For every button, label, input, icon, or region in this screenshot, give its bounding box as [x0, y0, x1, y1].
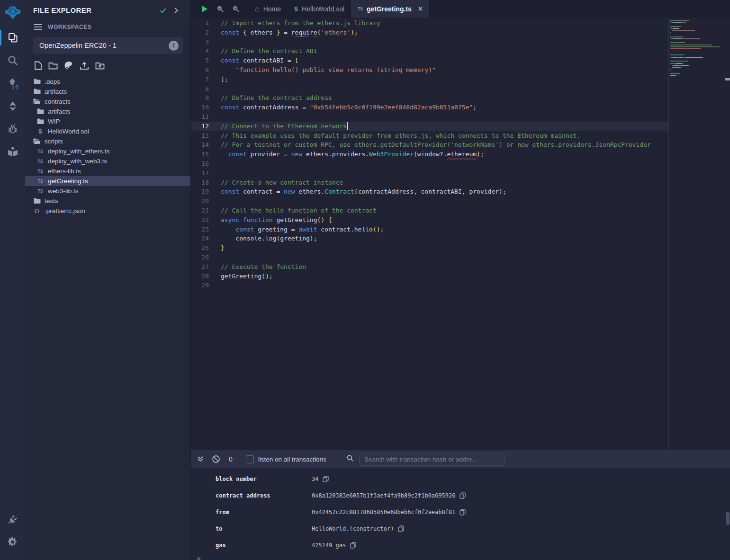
line-number: 22	[191, 215, 221, 225]
remix-logo[interactable]	[0, 0, 25, 27]
code-line-5[interactable]: 5const contractABI = [	[191, 56, 668, 65]
code-line-12[interactable]: 12// Connect to the Ethereum network	[191, 122, 668, 131]
code-line-25[interactable]: 25}	[191, 243, 668, 253]
new-file-icon[interactable]	[34, 61, 42, 70]
editor-main: ⌂HomeSHelloWorld.solTSgetGreeting.ts× 1/…	[191, 0, 730, 560]
upload-icon[interactable]	[80, 61, 89, 70]
search-icon[interactable]	[0, 49, 25, 72]
file-tree-item-artifacts[interactable]: artifacts	[25, 107, 190, 116]
copy-icon[interactable]	[350, 542, 356, 549]
run-script-icon[interactable]	[197, 0, 212, 18]
file-tree-item-ethers-lib-ts[interactable]: TSethers-lib.ts	[25, 166, 190, 176]
terminal-row-block-number: block number34	[191, 471, 730, 487]
zoom-out-icon[interactable]	[212, 0, 228, 18]
code-line-8[interactable]: 8	[191, 84, 668, 94]
code-line-6[interactable]: 6 "function hello() public view returns …	[191, 65, 668, 75]
solidity-compiler-icon[interactable]	[0, 72, 25, 95]
file-tree-item-artifacts[interactable]: artifacts	[25, 87, 190, 97]
chevron-right-icon[interactable]	[170, 7, 183, 14]
code-line-22[interactable]: 22async function getGreeting() {	[191, 215, 668, 225]
workspace-stepper-icon[interactable]: ▲▼	[169, 41, 179, 51]
copy-icon[interactable]	[323, 476, 329, 482]
code-line-27[interactable]: 27// Execute the function	[191, 262, 668, 272]
file-tree-item--deps[interactable]: .deps	[25, 77, 190, 87]
code-text: // This example uses the default provide…	[221, 131, 580, 141]
code-line-20[interactable]: 20	[191, 196, 668, 206]
code-area[interactable]: 1// Import ethers from the ethers.js lib…	[191, 18, 668, 450]
code-line-3[interactable]: 3	[191, 37, 668, 47]
minimap-line	[670, 28, 725, 29]
plugin-manager-icon[interactable]	[0, 508, 25, 531]
check-icon[interactable]	[156, 7, 170, 14]
copy-icon[interactable]	[398, 525, 404, 532]
file-tree-item-deploy-with-web3-ts[interactable]: TSdeploy_with_web3.ts	[25, 156, 190, 166]
clear-console-icon[interactable]	[212, 455, 220, 463]
terminal-scrollbar[interactable]	[726, 512, 730, 525]
folder-open-icon	[33, 138, 41, 144]
minimap-line	[670, 73, 725, 74]
minimap-line	[670, 34, 725, 35]
file-tree-item-wip[interactable]: WIP	[25, 116, 190, 126]
upload-folder-icon[interactable]	[95, 61, 105, 70]
copy-icon[interactable]	[460, 492, 466, 499]
code-line-4[interactable]: 4// Define the contract ABI	[191, 46, 668, 56]
settings-icon[interactable]	[0, 531, 25, 553]
file-tree-item-scripts[interactable]: scripts	[25, 136, 190, 146]
listen-transactions-checkbox[interactable]	[246, 455, 254, 463]
file-label: .prettierrc.json	[45, 207, 85, 214]
code-line-13[interactable]: 13// This example uses the default provi…	[191, 131, 668, 141]
code-line-7[interactable]: 7];	[191, 75, 668, 84]
activity-bar-spacer	[0, 163, 25, 508]
minimap[interactable]	[668, 18, 725, 450]
file-tree-item-tests[interactable]: tests	[25, 196, 190, 206]
file-tree-item-web3-lib-ts[interactable]: TSweb3-lib.ts	[25, 186, 190, 196]
copy-icon[interactable]	[460, 509, 466, 516]
listen-transactions-label[interactable]: listen on all transactions	[258, 456, 326, 463]
code-line-26[interactable]: 26	[191, 253, 668, 262]
terminal-search-input[interactable]	[359, 453, 505, 466]
terminal-prompt-row[interactable]: >	[191, 553, 730, 560]
code-line-2[interactable]: 2const { ethers } = require('ethers');	[191, 28, 668, 37]
file-tree-item-helloworld-sol[interactable]: SHelloWorld.sol	[25, 126, 190, 136]
file-label: getGreeting.ts	[48, 178, 88, 185]
code-line-15[interactable]: 15 const provider = new ethers.providers…	[191, 150, 668, 159]
code-line-1[interactable]: 1// Import ethers from the ethers.js lib…	[191, 18, 668, 28]
code-text: const greeting = await contract.hello();	[221, 225, 384, 234]
close-icon[interactable]: ×	[418, 5, 423, 13]
code-line-14[interactable]: 14// For a testnet or custom RPC, use et…	[191, 140, 668, 150]
file-tree-item-deploy-with-ethers-ts[interactable]: TSdeploy_with_ethers.ts	[25, 146, 190, 156]
folder-open-icon	[33, 98, 41, 105]
file-tree-item--prettierrc-json[interactable]: {}.prettierrc.json	[25, 206, 190, 216]
overview-ruler[interactable]	[725, 18, 730, 450]
code-line-11[interactable]: 11	[191, 112, 668, 122]
new-folder-icon[interactable]	[48, 61, 58, 70]
collapse-icon[interactable]	[197, 456, 204, 462]
code-line-21[interactable]: 21// Call the hello function of the cont…	[191, 206, 668, 215]
file-tree-item-contracts[interactable]: contracts	[25, 97, 190, 107]
tab-helloworld-sol[interactable]: SHelloWorld.sol	[288, 0, 351, 18]
code-line-29[interactable]: 29	[191, 281, 668, 290]
tab-getgreeting-ts[interactable]: TSgetGreeting.ts×	[351, 0, 429, 18]
code-line-17[interactable]: 17	[191, 169, 668, 178]
code-editor[interactable]: 1// Import ethers from the ethers.js lib…	[191, 18, 730, 450]
zoom-in-icon[interactable]	[228, 0, 243, 18]
learneth-icon[interactable]	[0, 140, 25, 163]
code-line-16[interactable]: 16	[191, 159, 668, 169]
terminal-body[interactable]: block number34contract address0x8a120383…	[191, 468, 730, 560]
code-line-19[interactable]: 19const contract = new ethers.Contract(c…	[191, 187, 668, 196]
file-tree-item-getgreeting-ts[interactable]: TSgetGreeting.ts	[25, 176, 190, 186]
code-line-24[interactable]: 24 console.log(greeting);	[191, 234, 668, 243]
workspace-select[interactable]: OpenZeppelin ERC20 - 1 ▲▼	[33, 37, 183, 54]
workspaces-menu-icon[interactable]	[34, 23, 42, 31]
code-line-10[interactable]: 10const contractAddress = "0xb54febb5c0c…	[191, 103, 668, 112]
code-line-28[interactable]: 28getGreeting();	[191, 272, 668, 281]
file-explorer-icon[interactable]	[0, 27, 25, 49]
debugger-icon[interactable]	[0, 117, 25, 140]
code-line-23[interactable]: 23 const greeting = await contract.hello…	[191, 225, 668, 234]
code-line-18[interactable]: 18// Create a new contract instance	[191, 178, 668, 187]
tab-home[interactable]: ⌂Home	[248, 0, 288, 18]
terminal-row-label: from	[216, 509, 312, 516]
deploy-run-icon[interactable]	[0, 95, 25, 117]
github-icon[interactable]	[64, 61, 73, 70]
code-line-9[interactable]: 9// Define the contract address	[191, 93, 668, 103]
